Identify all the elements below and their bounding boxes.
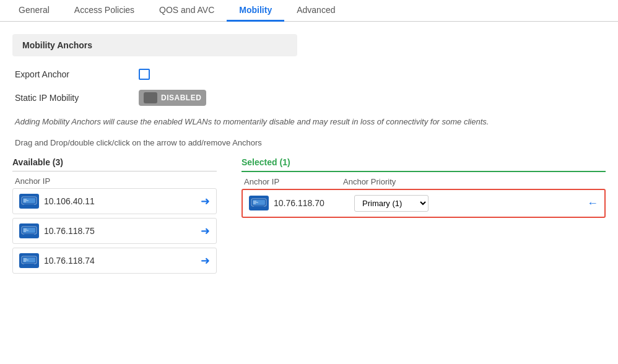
- export-anchor-label: Export Anchor: [15, 69, 139, 79]
- available-panel: Available (3) Anchor IP: [12, 157, 229, 277]
- toggle-label: DISABLED: [161, 93, 201, 102]
- svg-rect-3: [24, 204, 34, 206]
- move-left-button-0[interactable]: ←: [587, 197, 598, 210]
- section-header: Mobility Anchors: [12, 34, 297, 56]
- available-anchor-ip-2: 10.76.118.74: [44, 256, 95, 266]
- tab-mobility[interactable]: Mobility: [227, 0, 284, 22]
- device-icon-1: [19, 223, 39, 238]
- selected-anchor-ip-0: 10.76.118.70: [274, 198, 354, 208]
- export-anchor-checkbox-container[interactable]: [139, 69, 150, 80]
- selected-device-icon-0: [249, 196, 269, 210]
- svg-rect-4: [26, 206, 32, 207]
- svg-rect-11: [26, 235, 32, 236]
- instruction-text: Drag and Drop/double click/click on the …: [12, 138, 606, 147]
- available-anchor-row-0: 10.106.40.11 ➜: [12, 188, 217, 214]
- priority-select-0[interactable]: Primary (1) Secondary (2) Tertiary (3): [354, 195, 429, 212]
- warning-text: Adding Mobility Anchors will cause the e…: [12, 116, 606, 128]
- selected-anchor-row-0: 10.76.118.70 Primary (1) Secondary (2) T…: [242, 189, 606, 218]
- static-ip-row: Static IP Mobility DISABLED: [12, 90, 606, 106]
- svg-rect-25: [256, 207, 262, 209]
- available-anchor-row-2: 10.76.118.74 ➜: [12, 248, 217, 274]
- selected-col-headers: Anchor IP Anchor Priority: [242, 172, 606, 189]
- tab-general[interactable]: General: [6, 0, 62, 22]
- svg-rect-24: [254, 206, 264, 207]
- tab-advanced[interactable]: Advanced: [284, 0, 347, 22]
- anchor-left-2: 10.76.118.74: [19, 253, 95, 268]
- available-anchor-row-1: 10.76.118.75 ➜: [12, 218, 217, 244]
- tab-bar: General Access Policies QOS and AVC Mobi…: [0, 0, 618, 22]
- tab-access-policies[interactable]: Access Policies: [62, 0, 147, 22]
- available-anchor-ip-0: 10.106.40.11: [44, 196, 95, 206]
- move-right-button-1[interactable]: ➜: [201, 224, 210, 238]
- selected-col-priority-header: Anchor Priority: [343, 177, 396, 186]
- svg-rect-17: [24, 264, 34, 265]
- selected-col-ip-header: Anchor IP: [244, 177, 343, 186]
- svg-rect-18: [26, 265, 32, 266]
- static-ip-label: Static IP Mobility: [15, 93, 139, 103]
- move-right-button-2[interactable]: ➜: [201, 254, 210, 267]
- selected-title: Selected (1): [242, 157, 606, 172]
- anchor-panels: Available (3) Anchor IP: [12, 157, 606, 277]
- static-ip-toggle[interactable]: DISABLED: [139, 90, 206, 106]
- svg-rect-10: [24, 234, 34, 235]
- device-icon-0: [19, 194, 39, 209]
- tab-qos-and-avc[interactable]: QOS and AVC: [147, 0, 227, 22]
- anchor-left-0: 10.106.40.11: [19, 194, 95, 209]
- move-right-button-0[interactable]: ➜: [201, 194, 210, 208]
- available-anchor-ip-1: 10.76.118.75: [44, 226, 95, 236]
- anchor-left-1: 10.76.118.75: [19, 223, 95, 238]
- available-title: Available (3): [12, 157, 217, 171]
- selected-panel: Selected (1) Anchor IP Anchor Priority: [229, 157, 606, 277]
- export-anchor-checkbox[interactable]: [139, 69, 150, 80]
- main-content: Mobility Anchors Export Anchor Static IP…: [0, 22, 618, 290]
- export-anchor-row: Export Anchor: [12, 69, 606, 80]
- available-col-header: Anchor IP: [12, 171, 217, 188]
- device-icon-2: [19, 253, 39, 268]
- toggle-knob: [144, 92, 157, 103]
